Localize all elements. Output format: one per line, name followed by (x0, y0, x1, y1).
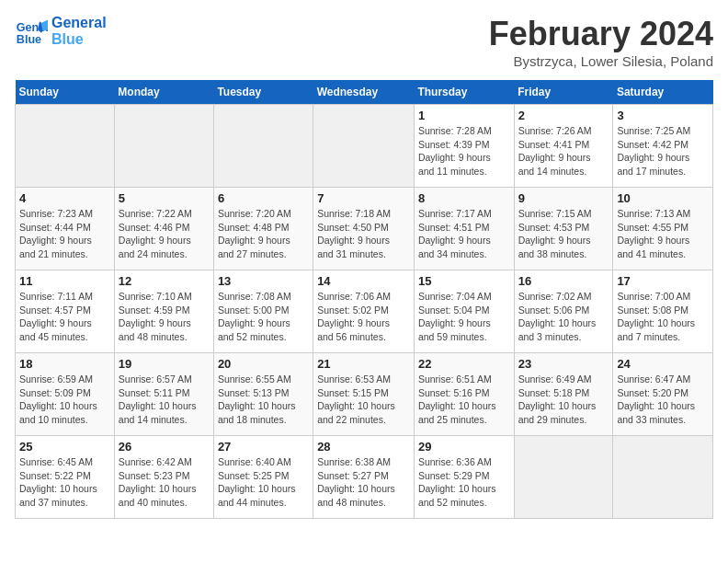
day-info: Sunrise: 6:40 AM Sunset: 5:25 PM Dayligh… (218, 455, 309, 510)
logo: General Blue General Blue (15, 15, 107, 48)
calendar-cell: 14Sunrise: 7:06 AM Sunset: 5:02 PM Dayli… (313, 270, 415, 353)
day-info: Sunrise: 7:17 AM Sunset: 4:51 PM Dayligh… (418, 207, 510, 261)
calendar-cell: 21Sunrise: 6:53 AM Sunset: 5:15 PM Dayli… (313, 353, 415, 436)
day-number: 19 (119, 357, 210, 371)
svg-text:Blue: Blue (17, 33, 41, 46)
calendar-cell (114, 105, 213, 188)
calendar-cell: 22Sunrise: 6:51 AM Sunset: 5:16 PM Dayli… (414, 353, 514, 436)
title-area: February 2024 Bystrzyca, Lower Silesia, … (489, 15, 713, 69)
calendar-header: SundayMondayTuesdayWednesdayThursdayFrid… (16, 80, 713, 105)
day-info: Sunrise: 7:13 AM Sunset: 4:55 PM Dayligh… (617, 207, 709, 261)
calendar-cell: 2Sunrise: 7:26 AM Sunset: 4:41 PM Daylig… (514, 105, 613, 188)
week-row-2: 4Sunrise: 7:23 AM Sunset: 4:44 PM Daylig… (16, 188, 713, 270)
calendar-cell: 29Sunrise: 6:36 AM Sunset: 5:29 PM Dayli… (414, 436, 514, 519)
calendar-cell: 26Sunrise: 6:42 AM Sunset: 5:23 PM Dayli… (114, 436, 213, 519)
logo-text-general: General (51, 15, 107, 31)
weekday-tuesday: Tuesday (213, 80, 313, 105)
day-number: 5 (119, 191, 210, 205)
calendar-cell: 16Sunrise: 7:02 AM Sunset: 5:06 PM Dayli… (514, 270, 613, 353)
day-info: Sunrise: 7:20 AM Sunset: 4:48 PM Dayligh… (218, 207, 309, 261)
day-info: Sunrise: 7:06 AM Sunset: 5:02 PM Dayligh… (317, 290, 410, 344)
calendar-cell: 28Sunrise: 6:38 AM Sunset: 5:27 PM Dayli… (313, 436, 415, 519)
calendar-cell (313, 105, 415, 188)
logo-icon: General Blue (15, 15, 48, 48)
day-info: Sunrise: 6:55 AM Sunset: 5:13 PM Dayligh… (218, 373, 309, 427)
week-row-1: 1Sunrise: 7:28 AM Sunset: 4:39 PM Daylig… (16, 105, 713, 188)
calendar-cell: 4Sunrise: 7:23 AM Sunset: 4:44 PM Daylig… (16, 188, 115, 270)
calendar-cell: 13Sunrise: 7:08 AM Sunset: 5:00 PM Dayli… (213, 270, 313, 353)
calendar-cell: 9Sunrise: 7:15 AM Sunset: 4:53 PM Daylig… (514, 188, 613, 270)
day-info: Sunrise: 6:49 AM Sunset: 5:18 PM Dayligh… (518, 373, 609, 427)
day-info: Sunrise: 7:18 AM Sunset: 4:50 PM Dayligh… (317, 207, 410, 261)
calendar-cell: 6Sunrise: 7:20 AM Sunset: 4:48 PM Daylig… (213, 188, 313, 270)
day-info: Sunrise: 7:02 AM Sunset: 5:06 PM Dayligh… (518, 290, 609, 344)
weekday-thursday: Thursday (414, 80, 514, 105)
calendar-cell: 25Sunrise: 6:45 AM Sunset: 5:22 PM Dayli… (16, 436, 115, 519)
day-info: Sunrise: 7:22 AM Sunset: 4:46 PM Dayligh… (119, 207, 210, 261)
week-row-4: 18Sunrise: 6:59 AM Sunset: 5:09 PM Dayli… (16, 353, 713, 436)
day-info: Sunrise: 6:59 AM Sunset: 5:09 PM Dayligh… (19, 373, 110, 427)
calendar-cell: 24Sunrise: 6:47 AM Sunset: 5:20 PM Dayli… (613, 353, 713, 436)
day-info: Sunrise: 7:00 AM Sunset: 5:08 PM Dayligh… (617, 290, 709, 344)
day-info: Sunrise: 7:25 AM Sunset: 4:42 PM Dayligh… (617, 124, 709, 178)
calendar-cell: 7Sunrise: 7:18 AM Sunset: 4:50 PM Daylig… (313, 188, 415, 270)
day-number: 28 (317, 440, 410, 454)
day-number: 26 (119, 440, 210, 454)
day-number: 9 (518, 191, 609, 205)
week-row-3: 11Sunrise: 7:11 AM Sunset: 4:57 PM Dayli… (16, 270, 713, 353)
day-number: 18 (19, 357, 110, 371)
day-info: Sunrise: 6:45 AM Sunset: 5:22 PM Dayligh… (19, 455, 110, 510)
calendar-cell (613, 436, 713, 519)
calendar-cell: 19Sunrise: 6:57 AM Sunset: 5:11 PM Dayli… (114, 353, 213, 436)
calendar-table: SundayMondayTuesdayWednesdayThursdayFrid… (15, 80, 713, 519)
day-info: Sunrise: 6:47 AM Sunset: 5:20 PM Dayligh… (617, 373, 709, 427)
day-info: Sunrise: 7:04 AM Sunset: 5:04 PM Dayligh… (418, 290, 510, 344)
day-number: 10 (617, 191, 709, 205)
day-number: 22 (418, 357, 510, 371)
calendar-cell: 17Sunrise: 7:00 AM Sunset: 5:08 PM Dayli… (613, 270, 713, 353)
day-info: Sunrise: 6:38 AM Sunset: 5:27 PM Dayligh… (317, 455, 410, 510)
calendar-cell: 11Sunrise: 7:11 AM Sunset: 4:57 PM Dayli… (16, 270, 115, 353)
calendar-cell: 27Sunrise: 6:40 AM Sunset: 5:25 PM Dayli… (213, 436, 313, 519)
day-info: Sunrise: 6:42 AM Sunset: 5:23 PM Dayligh… (119, 455, 210, 510)
day-number: 13 (218, 274, 309, 288)
day-number: 1 (418, 109, 510, 122)
day-number: 11 (19, 274, 110, 288)
calendar-cell: 1Sunrise: 7:28 AM Sunset: 4:39 PM Daylig… (414, 105, 514, 188)
day-number: 25 (19, 440, 110, 454)
day-number: 15 (418, 274, 510, 288)
day-number: 24 (617, 357, 709, 371)
calendar-cell: 8Sunrise: 7:17 AM Sunset: 4:51 PM Daylig… (414, 188, 514, 270)
weekday-saturday: Saturday (613, 80, 713, 105)
calendar-cell: 12Sunrise: 7:10 AM Sunset: 4:59 PM Dayli… (114, 270, 213, 353)
day-info: Sunrise: 7:10 AM Sunset: 4:59 PM Dayligh… (119, 290, 210, 344)
day-info: Sunrise: 7:08 AM Sunset: 5:00 PM Dayligh… (218, 290, 309, 344)
day-number: 2 (518, 109, 609, 122)
calendar-cell: 23Sunrise: 6:49 AM Sunset: 5:18 PM Dayli… (514, 353, 613, 436)
day-number: 21 (317, 357, 410, 371)
day-number: 23 (518, 357, 609, 371)
day-info: Sunrise: 7:28 AM Sunset: 4:39 PM Dayligh… (418, 124, 510, 178)
page-header: General Blue General Blue February 2024 … (15, 15, 713, 69)
day-number: 3 (617, 109, 709, 122)
weekday-sunday: Sunday (16, 80, 115, 105)
day-number: 29 (418, 440, 510, 454)
day-number: 4 (19, 191, 110, 205)
calendar-cell: 20Sunrise: 6:55 AM Sunset: 5:13 PM Dayli… (213, 353, 313, 436)
calendar-cell (514, 436, 613, 519)
day-number: 14 (317, 274, 410, 288)
day-info: Sunrise: 7:15 AM Sunset: 4:53 PM Dayligh… (518, 207, 609, 261)
day-info: Sunrise: 7:26 AM Sunset: 4:41 PM Dayligh… (518, 124, 609, 178)
day-number: 27 (218, 440, 309, 454)
weekday-wednesday: Wednesday (313, 80, 415, 105)
day-info: Sunrise: 6:53 AM Sunset: 5:15 PM Dayligh… (317, 373, 410, 427)
weekday-friday: Friday (514, 80, 613, 105)
calendar-cell (213, 105, 313, 188)
calendar-body: 1Sunrise: 7:28 AM Sunset: 4:39 PM Daylig… (16, 105, 713, 519)
location-title: Bystrzyca, Lower Silesia, Poland (489, 53, 713, 69)
week-row-5: 25Sunrise: 6:45 AM Sunset: 5:22 PM Dayli… (16, 436, 713, 519)
day-number: 17 (617, 274, 709, 288)
calendar-cell: 15Sunrise: 7:04 AM Sunset: 5:04 PM Dayli… (414, 270, 514, 353)
day-number: 20 (218, 357, 309, 371)
calendar-cell: 18Sunrise: 6:59 AM Sunset: 5:09 PM Dayli… (16, 353, 115, 436)
